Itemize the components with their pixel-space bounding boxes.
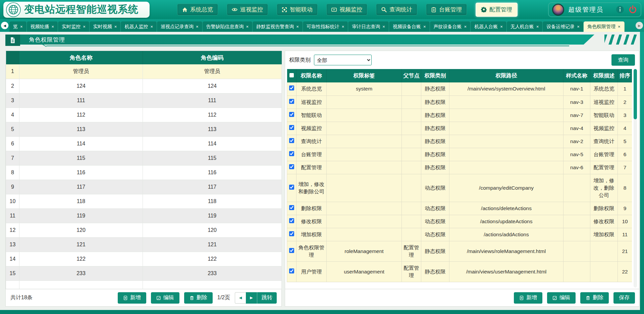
tab-close-icon[interactable]: × bbox=[83, 24, 86, 29]
role-row[interactable]: 13121121 bbox=[6, 237, 282, 252]
search-button[interactable]: 查询 bbox=[611, 54, 635, 66]
tab-可靠性指标统计[interactable]: 可靠性指标统计× bbox=[303, 21, 348, 32]
nav-item-配置管理[interactable]: 配置管理 bbox=[476, 3, 518, 17]
add-icon bbox=[519, 296, 524, 300]
scrollbar[interactable] bbox=[634, 69, 637, 288]
perm-row-checkbox[interactable] bbox=[289, 125, 294, 130]
perm-add-button[interactable]: 新增 bbox=[514, 292, 542, 304]
perm-row-checkbox[interactable] bbox=[289, 231, 294, 236]
edit-icon bbox=[156, 296, 161, 300]
tab-实时监控[interactable]: 实时监控× bbox=[58, 21, 90, 32]
tab-close-icon[interactable]: × bbox=[296, 24, 299, 29]
role-add-button[interactable]: 新增 bbox=[118, 292, 146, 304]
role-row-index: 14 bbox=[6, 252, 19, 266]
perm-path-cell bbox=[449, 122, 564, 135]
next-page-button[interactable]: ▶ bbox=[246, 292, 257, 304]
prev-page-button[interactable]: ◀ bbox=[235, 292, 246, 304]
tab-告警缺陷信息查询[interactable]: 告警缺陷信息查询× bbox=[203, 21, 253, 32]
nav-item-系统总览[interactable]: 系统总览 bbox=[177, 4, 218, 15]
tab-声纹设备台账[interactable]: 声纹设备台账× bbox=[430, 21, 471, 32]
perm-row-checkbox[interactable] bbox=[289, 85, 294, 90]
tab-机器人监控[interactable]: 机器人监控× bbox=[121, 21, 157, 32]
perm-row-checkbox[interactable] bbox=[289, 218, 294, 223]
tab-close-icon[interactable]: × bbox=[423, 24, 426, 29]
perm-edit-button[interactable]: 编辑 bbox=[547, 292, 576, 304]
jump-page-button[interactable]: 跳转 bbox=[257, 292, 277, 304]
perm-row-checkbox[interactable] bbox=[289, 138, 294, 143]
logout-icon[interactable] bbox=[628, 5, 637, 14]
perm-sort-cell: 2 bbox=[618, 96, 632, 109]
tab-close-icon[interactable]: × bbox=[577, 24, 580, 29]
tab-机器人台账[interactable]: 机器人台账× bbox=[471, 21, 507, 32]
role-row[interactable]: 5113113 bbox=[6, 122, 282, 136]
scrollbar-thumb[interactable] bbox=[634, 69, 637, 119]
role-code-cell: 122 bbox=[143, 252, 282, 266]
role-edit-button[interactable]: 编辑 bbox=[151, 292, 179, 304]
role-row[interactable]: 15233233 bbox=[6, 266, 282, 280]
tab-静默监视告警查询[interactable]: 静默监视告警查询× bbox=[253, 21, 303, 32]
role-row[interactable]: 6114114 bbox=[6, 136, 282, 151]
tab-角色权限管理[interactable]: 角色权限管理× bbox=[584, 21, 625, 32]
perm-row-checkbox[interactable] bbox=[289, 185, 294, 190]
perm-row: 配置管理静态权限nav-6配置管理7 bbox=[287, 161, 632, 174]
role-row[interactable]: 2124124 bbox=[6, 79, 282, 93]
perm-row-checkbox[interactable] bbox=[289, 164, 294, 169]
role-row[interactable]: 3111111 bbox=[6, 93, 282, 108]
select-all-checkbox[interactable] bbox=[289, 73, 294, 77]
tab-close-icon[interactable]: × bbox=[464, 24, 467, 29]
tab-设备运维记录[interactable]: 设备运维记录× bbox=[543, 21, 584, 32]
role-row[interactable]: 1管理员管理员 bbox=[6, 64, 282, 79]
tab-实时视频[interactable]: 实时视频× bbox=[90, 21, 121, 32]
tab-览[interactable]: 览× bbox=[9, 21, 27, 32]
nav-item-台账管理[interactable]: 台账管理 bbox=[426, 4, 467, 15]
perm-sort-cell: 8 bbox=[618, 174, 632, 202]
role-row[interactable]: 11119119 bbox=[6, 208, 282, 223]
perm-row-checkbox[interactable] bbox=[289, 248, 294, 253]
tab-close-icon[interactable]: × bbox=[500, 24, 503, 29]
perm-row-checkbox[interactable] bbox=[289, 151, 294, 156]
nav-item-视频监控[interactable]: 视频监控 bbox=[326, 4, 367, 15]
tab-scroll-right-icon[interactable]: ▶ bbox=[636, 22, 643, 29]
tab-close-icon[interactable]: × bbox=[618, 24, 621, 29]
nav-item-查询统计[interactable]: 查询统计 bbox=[376, 4, 417, 15]
role-row[interactable]: 8116116 bbox=[6, 165, 282, 180]
tab-close-icon[interactable]: × bbox=[52, 24, 54, 29]
tab-close-icon[interactable]: × bbox=[536, 24, 539, 29]
select-all-header[interactable] bbox=[287, 69, 297, 82]
permission-type-select[interactable]: 全部 bbox=[314, 55, 372, 65]
role-row[interactable]: 9117117 bbox=[6, 180, 282, 194]
perm-parent-cell bbox=[402, 228, 421, 241]
perm-row-checkbox[interactable] bbox=[289, 268, 294, 273]
tab-视频设备台账[interactable]: 视频设备台账× bbox=[389, 21, 430, 32]
tab-close-icon[interactable]: × bbox=[196, 24, 199, 29]
role-row[interactable]: 12120120 bbox=[6, 223, 282, 237]
tab-审计日志查询[interactable]: 审计日志查询× bbox=[348, 21, 389, 32]
role-delete-button[interactable]: 删除 bbox=[184, 292, 213, 304]
tab-close-icon[interactable]: × bbox=[20, 24, 23, 29]
tab-close-icon[interactable]: × bbox=[114, 24, 117, 29]
tab-close-icon[interactable]: × bbox=[342, 24, 344, 29]
role-row[interactable]: 4112112 bbox=[6, 108, 282, 122]
tab-close-icon[interactable]: × bbox=[382, 24, 385, 29]
avatar[interactable] bbox=[552, 4, 564, 16]
tab-无人机台账[interactable]: 无人机台账× bbox=[507, 21, 543, 32]
tab-巡视点记录查询[interactable]: 巡视点记录查询× bbox=[157, 21, 203, 32]
perm-delete-button[interactable]: 删除 bbox=[580, 292, 609, 304]
tab-scroll-left-icon[interactable]: ◀ bbox=[1, 22, 8, 29]
role-code-cell: 124 bbox=[143, 79, 282, 93]
tab-视频轮播[interactable]: 视频轮播× bbox=[27, 21, 58, 32]
save-button[interactable]: 保存 bbox=[613, 292, 635, 304]
role-row[interactable]: 14122122 bbox=[6, 252, 282, 266]
perm-row-checkbox[interactable] bbox=[289, 99, 294, 104]
content: 角色权限管理 角色名称角色编码1管理员管理员212412431111114112… bbox=[0, 32, 640, 310]
nav-item-智能联动[interactable]: 智能联动 bbox=[277, 4, 318, 15]
gear-icon bbox=[481, 7, 487, 12]
tab-close-icon[interactable]: × bbox=[150, 24, 153, 29]
info-icon[interactable] bbox=[616, 5, 624, 14]
perm-row-checkbox[interactable] bbox=[289, 112, 294, 117]
role-row[interactable]: 7115115 bbox=[6, 151, 282, 165]
tab-close-icon[interactable]: × bbox=[246, 24, 249, 29]
role-row[interactable]: 10118118 bbox=[6, 194, 282, 208]
nav-item-巡视监控[interactable]: 巡视监控 bbox=[227, 4, 268, 15]
perm-row-checkbox[interactable] bbox=[289, 205, 294, 210]
